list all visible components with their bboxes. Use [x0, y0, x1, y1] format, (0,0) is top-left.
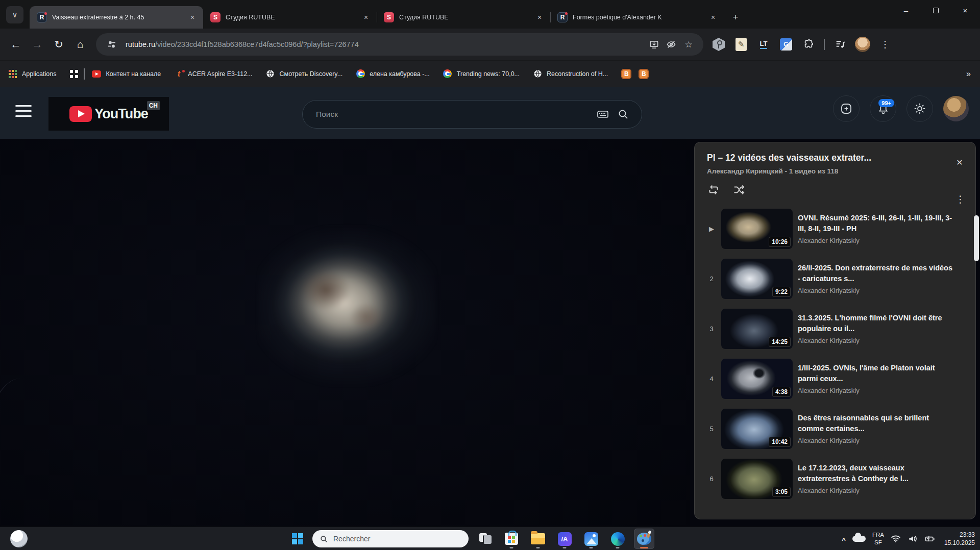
white-grid-icon — [69, 69, 79, 79]
reload-button[interactable]: ↻ — [48, 34, 69, 55]
playlist-item-2[interactable]: 2 9:22 26/II-2025. Don extraterrestre de… — [707, 254, 966, 304]
playlist-item-3[interactable]: 3 14:25 31.3.2025. L'homme filmé l'OVNI … — [707, 304, 966, 354]
eye-off-icon[interactable] — [663, 36, 680, 53]
maximize-button[interactable] — [921, 0, 950, 20]
back-button[interactable]: ← — [5, 34, 27, 55]
onedrive-cloud-icon[interactable] — [852, 536, 866, 542]
tab-2[interactable]: S Студия RUTUBE × — [203, 6, 377, 29]
edge-browser-icon[interactable] — [607, 529, 628, 549]
playlist-panel: Pl – 12 vidéos des vaisseaux extrater...… — [694, 142, 976, 519]
tray-chevron-up-icon[interactable]: ^ — [842, 536, 846, 544]
video-title: Le 17.12.2023, deux vaisseaux extraterre… — [798, 463, 953, 484]
task-view-button[interactable] — [475, 529, 495, 549]
page-scrollbar-thumb[interactable] — [974, 215, 979, 261]
bookmark-label: елена камбурова -... — [370, 70, 430, 78]
start-button[interactable] — [289, 530, 306, 547]
blogger-icon: B — [639, 69, 649, 79]
create-button[interactable] — [833, 95, 860, 122]
playlist-item-6[interactable]: 6 3:05 Le 17.12.2023, deux vaisseaux ext… — [707, 454, 966, 504]
address-bar[interactable]: rutube.ru/video/233cd4f1f528ab6368ce7d4f… — [96, 33, 703, 56]
volume-icon[interactable] — [908, 534, 918, 543]
user-avatar[interactable] — [943, 96, 969, 121]
languagetool-icon[interactable]: LT — [753, 34, 774, 55]
extensions-bar: ✎ LT G ⋮ — [708, 34, 895, 55]
playlist-item-5[interactable]: 5 10:42 Des êtres raisonnables qui se br… — [707, 404, 966, 454]
repeat-icon[interactable] — [707, 183, 720, 196]
google-translate-icon[interactable]: G — [776, 34, 796, 55]
video-title: OVNI. Résumé 2025: 6-III, 26-II, 1-III, … — [798, 213, 953, 234]
logo-text: YouTube — [94, 106, 148, 122]
bookmark-grid-button[interactable] — [69, 69, 79, 79]
install-app-icon[interactable] — [645, 36, 663, 53]
close-window-button[interactable]: × — [950, 0, 980, 20]
tab-4[interactable]: R Formes poétique d'Alexander K × — [550, 6, 724, 29]
tab-close-icon[interactable]: × — [707, 12, 719, 23]
theme-toggle-button[interactable] — [906, 95, 933, 122]
weather-widget-icon[interactable] — [10, 530, 28, 547]
bookmark-label: Reconstruction of H... — [547, 70, 608, 78]
paint-app-icon[interactable] — [634, 529, 654, 549]
site-logo[interactable]: YouTube CH — [48, 97, 169, 131]
battery-icon[interactable] — [924, 534, 936, 543]
playlist-close-icon[interactable]: × — [951, 154, 968, 171]
browser-profile-avatar[interactable] — [852, 34, 873, 55]
movavi-app-icon[interactable]: /A — [554, 529, 575, 549]
bookmark-item[interactable]: t ACER Aspire E3-112... — [174, 69, 252, 79]
channel-name: Alexander Kiriyatskiy — [798, 437, 953, 444]
new-tab-button[interactable]: + — [728, 10, 743, 25]
extensions-puzzle-icon[interactable] — [798, 34, 819, 55]
tab-close-icon[interactable]: × — [360, 12, 372, 23]
now-playing-icon: ▶ — [707, 225, 716, 233]
google-icon — [443, 69, 452, 79]
taskbar-clock[interactable]: 23:33 15.10.2025 — [944, 531, 975, 547]
bookmark-item[interactable]: Trending news: 70,0... — [443, 69, 520, 79]
virtual-keyboard-icon[interactable] — [593, 104, 613, 124]
tab-close-icon[interactable]: × — [534, 12, 545, 23]
notes-extension-icon[interactable]: ✎ — [731, 34, 751, 55]
minimize-button[interactable]: – — [891, 0, 921, 20]
tab-1[interactable]: R Vaisseau extraterrestre à 2 h. 45 × — [30, 6, 203, 29]
bookmark-applications[interactable]: Applications — [8, 69, 56, 79]
tab-close-icon[interactable]: × — [187, 12, 198, 23]
tab-search-button[interactable]: ∨ — [6, 6, 23, 23]
tab-3[interactable]: S Студия RUTUBE × — [377, 6, 550, 29]
playlist-item-4[interactable]: 4 4:38 1/III-2025. OVNIs, l'âme de Plato… — [707, 354, 966, 404]
video-player[interactable] — [0, 139, 690, 527]
file-explorer-icon[interactable] — [528, 529, 548, 549]
bookmark-label: Applications — [22, 70, 56, 78]
bookmark-item[interactable]: Контент на канале — [92, 69, 161, 79]
hamburger-menu-icon[interactable] — [15, 105, 32, 118]
microsoft-store-icon[interactable] — [501, 529, 522, 549]
photos-app-icon[interactable] — [581, 529, 601, 549]
shuffle-icon[interactable] — [732, 183, 746, 196]
site-search-input[interactable]: Поиск — [302, 100, 642, 129]
playlist-menu-kebab-icon[interactable]: ⋮ — [955, 193, 965, 205]
search-placeholder: Поиск — [316, 110, 593, 119]
video-title: 26/II-2025. Don extraterrestre de mes vi… — [798, 263, 953, 284]
url-text: rutube.ru/video/233cd4f1f528ab6368ce7d4f… — [126, 40, 645, 48]
playlist-subtitle: Александр Кирияцкий - 1 видео из 118 — [707, 167, 966, 175]
bookmark-blogger-1[interactable]: B — [621, 69, 631, 79]
search-icon[interactable] — [613, 104, 633, 124]
bookmark-blogger-2[interactable]: B — [639, 69, 649, 79]
duration-badge: 9:22 — [772, 287, 791, 297]
taskbar-search-input[interactable]: Rechercher — [312, 530, 469, 547]
language-indicator[interactable]: FRA SF — [872, 531, 884, 546]
playlist-item-1[interactable]: ▶ 10:26 OVNI. Résumé 2025: 6-III, 26-II,… — [707, 204, 966, 254]
forward-button[interactable]: → — [27, 34, 48, 55]
bookmark-item[interactable]: елена камбурова -... — [356, 69, 430, 79]
wifi-icon[interactable] — [891, 534, 901, 543]
bookmark-item[interactable]: Reconstruction of H... — [533, 69, 608, 79]
notifications-button[interactable]: 99+ — [870, 95, 896, 122]
password-manager-icon[interactable] — [708, 34, 729, 55]
home-button[interactable]: ⌂ — [69, 34, 91, 55]
bookmarks-bar: Applications Контент на канале t ACER As… — [0, 60, 980, 87]
site-settings-icon[interactable] — [103, 36, 120, 53]
bookmark-item[interactable]: Смотреть Discovery... — [266, 69, 343, 79]
bookmark-star-icon[interactable]: ☆ — [680, 36, 697, 53]
media-controls-icon[interactable] — [830, 34, 850, 55]
notification-badge: 99+ — [878, 99, 894, 107]
browser-menu-kebab-icon[interactable]: ⋮ — [875, 34, 895, 55]
youtube-icon — [92, 69, 101, 79]
bookmarks-overflow-chevron[interactable]: » — [966, 69, 971, 79]
